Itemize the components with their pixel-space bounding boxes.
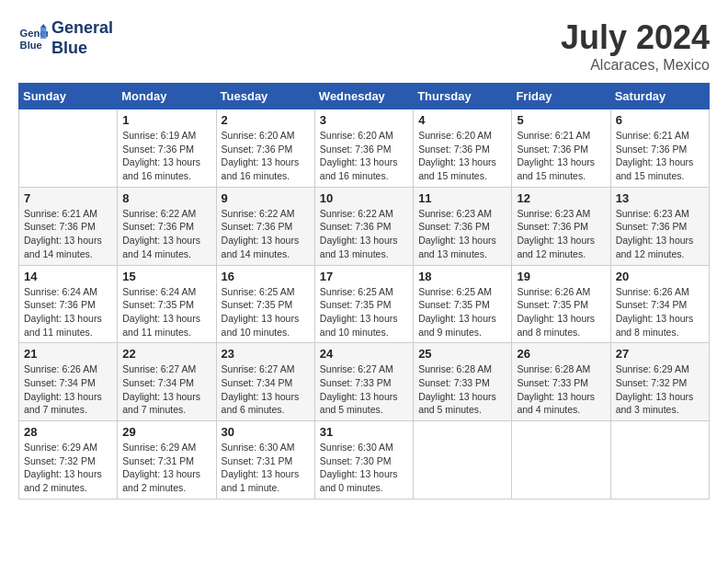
day-info: Sunrise: 6:28 AM Sunset: 7:33 PM Dayligh… [517, 362, 605, 417]
logo: General Blue General Blue [18, 18, 113, 58]
day-cell: 1Sunrise: 6:19 AM Sunset: 7:36 PM Daylig… [118, 109, 216, 188]
header-tuesday: Tuesday [216, 84, 314, 109]
day-info: Sunrise: 6:27 AM Sunset: 7:34 PM Dayligh… [222, 362, 310, 417]
day-cell: 17Sunrise: 6:25 AM Sunset: 7:35 PM Dayli… [314, 265, 413, 343]
day-number: 24 [320, 347, 408, 361]
day-number: 8 [122, 191, 210, 205]
day-number: 30 [222, 425, 310, 439]
week-row-4: 21Sunrise: 6:26 AM Sunset: 7:34 PM Dayli… [19, 343, 710, 421]
day-info: Sunrise: 6:27 AM Sunset: 7:33 PM Dayligh… [320, 362, 408, 417]
calendar-table: SundayMondayTuesdayWednesdayThursdayFrid… [18, 83, 710, 500]
day-info: Sunrise: 6:21 AM Sunset: 7:36 PM Dayligh… [616, 129, 704, 183]
day-number: 25 [418, 347, 506, 361]
calendar-header: SundayMondayTuesdayWednesdayThursdayFrid… [19, 84, 710, 109]
day-info: Sunrise: 6:25 AM Sunset: 7:35 PM Dayligh… [222, 285, 310, 339]
day-cell: 26Sunrise: 6:28 AM Sunset: 7:33 PM Dayli… [512, 343, 610, 421]
day-cell: 31Sunrise: 6:30 AM Sunset: 7:30 PM Dayli… [314, 421, 413, 500]
day-info: Sunrise: 6:29 AM Sunset: 7:32 PM Dayligh… [24, 441, 112, 495]
day-number: 1 [122, 113, 210, 127]
day-number: 3 [320, 113, 408, 127]
day-info: Sunrise: 6:27 AM Sunset: 7:34 PM Dayligh… [122, 362, 210, 417]
day-cell: 18Sunrise: 6:25 AM Sunset: 7:35 PM Dayli… [414, 265, 512, 343]
location-title: Alcaraces, Mexico [561, 57, 710, 74]
header-monday: Monday [118, 84, 216, 109]
day-cell [512, 421, 610, 500]
day-number: 9 [222, 191, 310, 205]
day-cell [610, 421, 709, 500]
header-thursday: Thursday [414, 84, 512, 109]
day-info: Sunrise: 6:25 AM Sunset: 7:35 PM Dayligh… [320, 285, 408, 339]
title-area: July 2024 Alcaraces, Mexico [561, 18, 710, 74]
week-row-5: 28Sunrise: 6:29 AM Sunset: 7:32 PM Dayli… [19, 421, 710, 500]
day-info: Sunrise: 6:20 AM Sunset: 7:36 PM Dayligh… [418, 129, 506, 183]
day-cell: 23Sunrise: 6:27 AM Sunset: 7:34 PM Dayli… [216, 343, 314, 421]
day-number: 15 [122, 270, 210, 283]
day-info: Sunrise: 6:20 AM Sunset: 7:36 PM Dayligh… [222, 129, 310, 183]
day-cell: 19Sunrise: 6:26 AM Sunset: 7:35 PM Dayli… [512, 265, 610, 343]
day-number: 22 [122, 347, 210, 361]
svg-text:Blue: Blue [20, 40, 42, 51]
header-sunday: Sunday [19, 84, 118, 109]
day-cell: 5Sunrise: 6:21 AM Sunset: 7:36 PM Daylig… [512, 109, 610, 188]
day-cell [19, 109, 118, 188]
day-info: Sunrise: 6:23 AM Sunset: 7:36 PM Dayligh… [517, 207, 605, 261]
day-info: Sunrise: 6:29 AM Sunset: 7:32 PM Dayligh… [616, 362, 704, 417]
day-info: Sunrise: 6:26 AM Sunset: 7:34 PM Dayligh… [24, 362, 112, 417]
logo-blue: Blue [51, 39, 87, 57]
day-number: 23 [222, 347, 310, 361]
day-info: Sunrise: 6:30 AM Sunset: 7:31 PM Dayligh… [222, 441, 310, 495]
day-cell: 24Sunrise: 6:27 AM Sunset: 7:33 PM Dayli… [314, 343, 413, 421]
day-info: Sunrise: 6:23 AM Sunset: 7:36 PM Dayligh… [616, 207, 704, 261]
day-cell [414, 421, 512, 500]
day-cell: 30Sunrise: 6:30 AM Sunset: 7:31 PM Dayli… [216, 421, 314, 500]
day-cell: 4Sunrise: 6:20 AM Sunset: 7:36 PM Daylig… [414, 109, 512, 188]
day-info: Sunrise: 6:22 AM Sunset: 7:36 PM Dayligh… [122, 207, 210, 261]
day-info: Sunrise: 6:19 AM Sunset: 7:36 PM Dayligh… [122, 129, 210, 183]
page-header: General Blue General Blue July 2024 Alca… [18, 18, 710, 74]
day-number: 28 [24, 425, 112, 439]
day-number: 26 [517, 347, 605, 361]
day-number: 20 [616, 270, 704, 283]
week-row-3: 14Sunrise: 6:24 AM Sunset: 7:36 PM Dayli… [19, 265, 710, 343]
day-cell: 29Sunrise: 6:29 AM Sunset: 7:31 PM Dayli… [118, 421, 216, 500]
day-info: Sunrise: 6:23 AM Sunset: 7:36 PM Dayligh… [418, 207, 506, 261]
header-row: SundayMondayTuesdayWednesdayThursdayFrid… [19, 84, 710, 109]
day-number: 4 [418, 113, 506, 127]
day-number: 7 [24, 191, 112, 205]
day-cell: 2Sunrise: 6:20 AM Sunset: 7:36 PM Daylig… [216, 109, 314, 188]
day-cell: 12Sunrise: 6:23 AM Sunset: 7:36 PM Dayli… [512, 187, 610, 265]
day-number: 21 [24, 347, 112, 361]
week-row-1: 1Sunrise: 6:19 AM Sunset: 7:36 PM Daylig… [19, 109, 710, 188]
day-cell: 22Sunrise: 6:27 AM Sunset: 7:34 PM Dayli… [118, 343, 216, 421]
day-number: 18 [418, 270, 506, 283]
day-cell: 3Sunrise: 6:20 AM Sunset: 7:36 PM Daylig… [314, 109, 413, 188]
day-cell: 9Sunrise: 6:22 AM Sunset: 7:36 PM Daylig… [216, 187, 314, 265]
week-row-2: 7Sunrise: 6:21 AM Sunset: 7:36 PM Daylig… [19, 187, 710, 265]
day-cell: 28Sunrise: 6:29 AM Sunset: 7:32 PM Dayli… [19, 421, 118, 500]
day-number: 10 [320, 191, 408, 205]
logo-general: General [51, 18, 113, 37]
day-info: Sunrise: 6:20 AM Sunset: 7:36 PM Dayligh… [320, 129, 408, 183]
day-info: Sunrise: 6:28 AM Sunset: 7:33 PM Dayligh… [418, 362, 506, 417]
svg-marker-3 [40, 24, 46, 28]
day-cell: 13Sunrise: 6:23 AM Sunset: 7:36 PM Dayli… [610, 187, 709, 265]
day-number: 2 [222, 113, 310, 127]
day-info: Sunrise: 6:21 AM Sunset: 7:36 PM Dayligh… [24, 207, 112, 261]
day-number: 5 [517, 113, 605, 127]
day-cell: 10Sunrise: 6:22 AM Sunset: 7:36 PM Dayli… [314, 187, 413, 265]
day-cell: 11Sunrise: 6:23 AM Sunset: 7:36 PM Dayli… [414, 187, 512, 265]
day-number: 16 [222, 270, 310, 283]
day-cell: 25Sunrise: 6:28 AM Sunset: 7:33 PM Dayli… [414, 343, 512, 421]
day-number: 17 [320, 270, 408, 283]
day-cell: 27Sunrise: 6:29 AM Sunset: 7:32 PM Dayli… [610, 343, 709, 421]
day-info: Sunrise: 6:24 AM Sunset: 7:36 PM Dayligh… [24, 285, 112, 339]
svg-marker-2 [40, 28, 46, 39]
day-info: Sunrise: 6:26 AM Sunset: 7:35 PM Dayligh… [517, 285, 605, 339]
day-number: 31 [320, 425, 408, 439]
day-info: Sunrise: 6:30 AM Sunset: 7:30 PM Dayligh… [320, 441, 408, 495]
day-cell: 6Sunrise: 6:21 AM Sunset: 7:36 PM Daylig… [610, 109, 709, 188]
day-cell: 15Sunrise: 6:24 AM Sunset: 7:35 PM Dayli… [118, 265, 216, 343]
header-wednesday: Wednesday [314, 84, 413, 109]
day-cell: 8Sunrise: 6:22 AM Sunset: 7:36 PM Daylig… [118, 187, 216, 265]
day-number: 11 [418, 191, 506, 205]
